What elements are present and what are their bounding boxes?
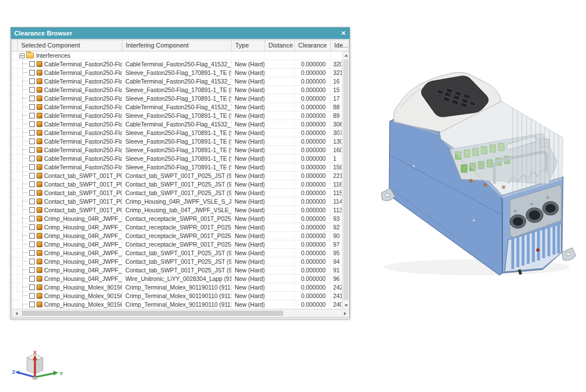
scroll-right-icon[interactable] (341, 310, 349, 317)
interference-row[interactable]: CableTerminal_Faston250-Flag...Sleeve_Fa… (12, 155, 342, 163)
scroll-up-icon[interactable] (343, 52, 349, 59)
interference-row[interactable]: Contact_tab_SWPT_001T_P025_...Crimp_Hous… (12, 197, 342, 206)
selected-component-cell: Crimp_Housing_04R_JWPF_VSL... (18, 223, 122, 231)
interference-row[interactable]: CableTerminal_Faston250-Flag...CableTerm… (12, 103, 342, 112)
tree-connector (22, 106, 27, 108)
interference-row[interactable]: Crimp_Housing_04R_JWPF_VSL...Wire_Unitro… (12, 275, 342, 283)
interference-row[interactable]: CableTerminal_Faston250-Flag...CableTerm… (12, 120, 342, 129)
row-checkbox[interactable] (29, 61, 35, 67)
type-label: New (Hard) (232, 103, 265, 111)
interference-row[interactable]: Crimp_Housing_04R_JWPF_VSL...Contact_tab… (12, 249, 342, 258)
horizontal-scrollbar[interactable] (12, 309, 349, 317)
row-gutter (12, 137, 18, 145)
row-checkbox[interactable] (29, 156, 35, 161)
selected-component-cell: Contact_tab_SWPT_001T_P025_... (18, 197, 122, 205)
tree-connector (22, 295, 27, 296)
row-checkbox[interactable] (29, 207, 35, 213)
row-checkbox[interactable] (29, 70, 35, 76)
row-checkbox[interactable] (29, 164, 35, 170)
row-checkbox[interactable] (29, 250, 35, 256)
row-checkbox[interactable] (29, 276, 35, 282)
interference-row[interactable]: CableTerminal_Faston250-Flag...Sleeve_Fa… (12, 94, 342, 103)
vertical-scroll-thumb[interactable] (343, 60, 349, 300)
row-checkbox[interactable] (29, 284, 35, 290)
interference-row[interactable]: Contact_tab_SWPT_001T_P025_...Contact_ta… (12, 172, 342, 180)
interference-row[interactable]: CableTerminal_Faston250-Flag...Sleeve_Fa… (12, 112, 342, 120)
row-checkbox[interactable] (29, 173, 35, 179)
row-checkbox[interactable] (29, 293, 35, 299)
row-checkbox[interactable] (29, 78, 35, 84)
type-label: New (Hard) (232, 215, 265, 223)
header-distance[interactable]: Distance (265, 40, 295, 51)
row-checkbox[interactable] (29, 147, 35, 153)
drive-3d-model[interactable] (371, 49, 584, 286)
interference-row[interactable]: CableTerminal_Faston250-Flag...Sleeve_Fa… (12, 146, 342, 155)
row-checkbox[interactable] (29, 302, 35, 307)
interference-row[interactable]: CableTerminal_Faston250-Flag...Sleeve_Fa… (12, 163, 342, 172)
svg-text:Y: Y (60, 371, 63, 377)
interference-row[interactable]: CableTerminal_Faston250-Flag...Sleeve_Fa… (12, 86, 342, 94)
interfering-component-label: Crimp_Terminal_Molex_901190110 (911222) (122, 292, 232, 300)
row-checkbox[interactable] (29, 113, 35, 118)
row-gutter (12, 223, 18, 231)
row-checkbox[interactable] (29, 87, 35, 93)
dialog-titlebar[interactable]: Clearance Browser × (11, 27, 350, 39)
collapse-expander-icon[interactable] (19, 53, 25, 58)
row-checkbox[interactable] (29, 130, 35, 136)
row-checkbox[interactable] (29, 233, 35, 239)
distance-label (265, 103, 295, 111)
row-gutter (12, 69, 18, 77)
interference-row[interactable]: Crimp_Housing_04R_JWPF_VSL...Contact_tab… (12, 258, 342, 266)
interference-row[interactable]: Contact_tab_SWPT_001T_P025_...Contact_ta… (12, 180, 342, 189)
interference-row[interactable]: Crimp_Housing_04R_JWPF_VSL...Contact_rec… (12, 240, 342, 249)
row-checkbox[interactable] (29, 121, 35, 127)
interference-row[interactable]: Crimp_Housing_04R_JWPF_VSL...Contact_tab… (12, 266, 342, 275)
table-rows: CableTerminal_Faston250-Flag...CableTerm… (12, 60, 342, 309)
tree-connector (22, 184, 27, 185)
interference-row[interactable]: Contact_tab_SWPT_001T_P025_...Crimp_Hous… (12, 206, 342, 215)
scroll-down-icon[interactable] (343, 302, 349, 309)
header-type[interactable]: Type (232, 40, 265, 51)
row-checkbox[interactable] (29, 259, 35, 264)
interference-row[interactable]: Contact_tab_SWPT_001T_P025_...Contact_ta… (12, 189, 342, 197)
interference-row[interactable]: CableTerminal_Faston250-Flag...Sleeve_Fa… (12, 137, 342, 146)
horizontal-scroll-thumb[interactable] (22, 311, 283, 316)
row-checkbox[interactable] (29, 267, 35, 273)
header-id[interactable]: Ide... (331, 40, 349, 51)
row-checkbox[interactable] (29, 216, 35, 221)
header-interfering-component[interactable]: Interfering Component (122, 40, 232, 51)
interference-row[interactable]: CableTerminal_Faston250-Flag...CableTerm… (12, 77, 342, 86)
interference-row[interactable]: Crimp_Housing_04R_JWPF_VSL...Contact_rec… (12, 223, 342, 232)
row-checkbox[interactable] (29, 199, 35, 204)
distance-label (265, 215, 295, 223)
root-cell: Interferences (18, 52, 122, 60)
interference-row[interactable]: CableTerminal_Faston250-Flag...CableTerm… (12, 60, 342, 69)
interference-row[interactable]: Crimp_Housing_Molex_901560...Crimp_Termi… (12, 292, 342, 300)
clearance-label: 0.000000 (295, 69, 331, 77)
interferences-root-row[interactable]: Interferences (12, 52, 342, 60)
row-checkbox[interactable] (29, 224, 35, 230)
interference-row[interactable]: Crimp_Housing_Molex_901560...Crimp_Termi… (12, 283, 342, 292)
vertical-scrollbar[interactable] (342, 52, 349, 309)
interference-row[interactable]: CableTerminal_Faston250-Flag...Sleeve_Fa… (12, 69, 342, 77)
selected-component-cell: Crimp_Housing_04R_JWPF_VSL... (18, 266, 122, 274)
clearance-label: 0.000000 (295, 300, 331, 308)
interference-row[interactable]: CableTerminal_Faston250-Flag...Sleeve_Fa… (12, 129, 342, 137)
header-clearance[interactable]: Clearance (295, 40, 331, 51)
interference-row[interactable]: Crimp_Housing_04R_JWPF_VSL...Contact_rec… (12, 215, 342, 223)
row-checkbox[interactable] (29, 104, 35, 110)
row-checkbox[interactable] (29, 138, 35, 144)
interference-row[interactable]: Crimp_Housing_04R_JWPF_VSL...Contact_rec… (12, 232, 342, 240)
row-checkbox[interactable] (29, 181, 35, 187)
scroll-left-icon[interactable] (13, 310, 20, 317)
row-checkbox[interactable] (29, 190, 35, 196)
row-checkbox[interactable] (29, 241, 35, 247)
row-checkbox[interactable] (29, 96, 35, 101)
header-selected-component[interactable]: Selected Component (18, 40, 122, 51)
interference-row[interactable]: Crimp_Housing_Molex_901560...Crimp_Termi… (12, 300, 342, 309)
close-icon[interactable]: × (337, 27, 350, 39)
type-label: New (Hard) (232, 69, 265, 77)
tree-connector (22, 270, 27, 271)
type-label: New (Hard) (232, 129, 265, 137)
selected-component-label: Crimp_Housing_04R_JWPF_VSL... (44, 232, 122, 239)
